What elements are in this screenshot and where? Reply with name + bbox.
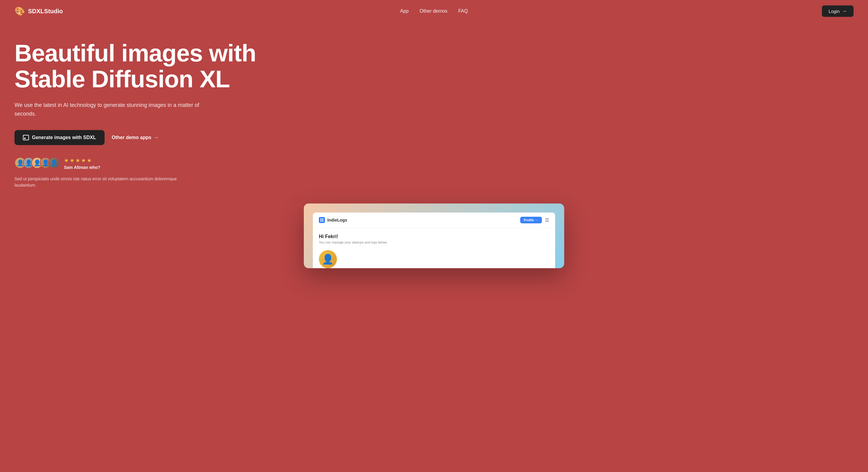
generate-label: Generate images with SDXL bbox=[32, 135, 96, 140]
nav-link-other-demos[interactable]: Other demos bbox=[420, 8, 447, 13]
hero-section: Beautiful images with Stable Diffusion X… bbox=[0, 22, 271, 189]
generate-button[interactable]: Generate images with SDXL bbox=[14, 130, 104, 145]
screenshot-subtext: You can manage your startups and logs be… bbox=[319, 240, 549, 244]
screenshot-greeting: Hi Fekri! bbox=[319, 234, 549, 239]
screenshot-wrapper: IndieLogs Profile → ☰ Hi Fekri! You can … bbox=[304, 203, 564, 268]
login-arrow-icon: → bbox=[842, 8, 847, 14]
screenshot-menu-icon: ☰ bbox=[545, 217, 549, 223]
svg-rect-2 bbox=[320, 221, 321, 222]
screenshot-user-avatar bbox=[319, 250, 337, 268]
svg-rect-0 bbox=[320, 218, 321, 220]
screenshot-container: IndieLogs Profile → ☰ Hi Fekri! You can … bbox=[289, 203, 579, 268]
svg-rect-1 bbox=[322, 218, 323, 220]
screenshot-profile-button[interactable]: Profile → bbox=[520, 217, 542, 223]
login-button[interactable]: Login → bbox=[822, 5, 854, 17]
social-proof-quote: Sed ut perspiciatis unde omnis iste natu… bbox=[14, 176, 195, 189]
social-proof-text: ★ ★ ★ ★ ★ Sam Altman who? bbox=[64, 157, 100, 170]
star-rating: ★ ★ ★ ★ ★ bbox=[64, 157, 100, 164]
screenshot-logo: IndieLogs bbox=[319, 217, 347, 223]
social-proof: ★ ★ ★ ★ ★ Sam Altman who? bbox=[14, 157, 257, 170]
other-demos-arrow-icon: → bbox=[154, 135, 158, 140]
screenshot-logo-icon bbox=[319, 217, 325, 223]
screenshot-content: Hi Fekri! You can manage your startups a… bbox=[313, 228, 555, 244]
hero-title: Beautiful images with Stable Diffusion X… bbox=[14, 40, 257, 92]
star-3: ★ bbox=[75, 157, 80, 164]
brand-name: SDXLStudio bbox=[28, 8, 63, 15]
star-2: ★ bbox=[70, 157, 74, 164]
svg-rect-3 bbox=[322, 221, 323, 222]
hero-actions: Generate images with SDXL Other demo app… bbox=[14, 130, 257, 145]
other-demo-apps-button[interactable]: Other demo apps → bbox=[112, 135, 159, 140]
star-5: ★ bbox=[87, 157, 92, 164]
screenshot-nav-right: Profile → ☰ bbox=[520, 217, 549, 223]
reviewer-name: Sam Altman who? bbox=[64, 165, 100, 170]
screenshot-profile-label: Profile → bbox=[524, 218, 538, 222]
brand-emoji: 🎨 bbox=[14, 6, 25, 16]
screenshot-topbar: IndieLogs Profile → ☰ bbox=[313, 212, 555, 228]
image-icon bbox=[23, 135, 29, 140]
avatar-stack bbox=[14, 157, 60, 169]
login-label: Login bbox=[829, 9, 840, 14]
nav-link-faq[interactable]: FAQ bbox=[458, 8, 468, 13]
brand-logo[interactable]: 🎨 SDXLStudio bbox=[14, 6, 63, 16]
navbar: 🎨 SDXLStudio App Other demos FAQ Login → bbox=[0, 0, 868, 22]
star-1: ★ bbox=[64, 157, 69, 164]
nav-link-app[interactable]: App bbox=[400, 8, 409, 13]
screenshot-inner: IndieLogs Profile → ☰ Hi Fekri! You can … bbox=[313, 212, 555, 268]
screenshot-logo-text: IndieLogs bbox=[327, 217, 347, 223]
nav-links: App Other demos FAQ bbox=[400, 8, 468, 14]
star-4: ★ bbox=[81, 157, 86, 164]
other-demos-label: Other demo apps bbox=[112, 135, 152, 140]
avatar bbox=[48, 157, 60, 169]
hero-subtitle: We use the latest in AI technology to ge… bbox=[14, 101, 201, 118]
